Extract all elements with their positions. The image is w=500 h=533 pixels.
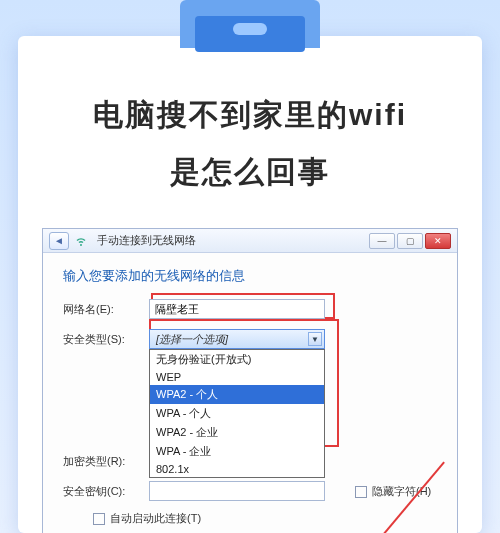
article-title: 电脑搜不到家里的wifi 是怎么回事 bbox=[18, 86, 482, 200]
dropdown-option[interactable]: WEP bbox=[150, 369, 324, 385]
chevron-down-icon: ▼ bbox=[308, 332, 322, 346]
arrow-left-icon: ◄ bbox=[54, 235, 64, 246]
security-type-label: 安全类型(S): bbox=[63, 332, 149, 347]
hide-chars-checkbox[interactable] bbox=[355, 486, 367, 498]
security-type-select[interactable]: [选择一个选项] ▼ bbox=[149, 329, 325, 349]
dropdown-option[interactable]: WPA - 企业 bbox=[150, 442, 324, 461]
dropdown-option[interactable]: WPA2 - 个人 bbox=[150, 385, 324, 404]
close-button[interactable]: ✕ bbox=[425, 233, 451, 249]
dialog-window: ◄ 手动连接到无线网络 — ▢ ✕ 输入您要添加的无线网络的信息 网络名(E):… bbox=[42, 228, 458, 533]
minimize-button[interactable]: — bbox=[369, 233, 395, 249]
title-line-1: 电脑搜不到家里的wifi bbox=[18, 86, 482, 143]
security-type-dropdown: 无身份验证(开放式) WEP WPA2 - 个人 WPA - 个人 WPA2 -… bbox=[149, 349, 325, 478]
paper-card: 电脑搜不到家里的wifi 是怎么回事 ◄ 手动连接到无线网络 — ▢ ✕ 输入您… bbox=[18, 36, 482, 533]
nav-back-button[interactable]: ◄ bbox=[49, 232, 69, 250]
window-body: 输入您要添加的无线网络的信息 网络名(E): 安全类型(S): [选择一个选项]… bbox=[43, 253, 457, 533]
security-key-input[interactable] bbox=[149, 481, 325, 501]
breadcrumb-text: 手动连接到无线网络 bbox=[97, 233, 196, 248]
maximize-button[interactable]: ▢ bbox=[397, 233, 423, 249]
network-name-input[interactable] bbox=[149, 299, 325, 319]
title-line-2: 是怎么回事 bbox=[18, 143, 482, 200]
minimize-icon: — bbox=[378, 236, 387, 246]
clipboard-clip bbox=[180, 0, 320, 52]
dropdown-option[interactable]: 802.1x bbox=[150, 461, 324, 477]
security-key-label: 安全密钥(C): bbox=[63, 484, 149, 499]
window-header: ◄ 手动连接到无线网络 — ▢ ✕ bbox=[43, 229, 457, 253]
security-type-selected: [选择一个选项] bbox=[156, 332, 228, 347]
dropdown-option[interactable]: WPA2 - 企业 bbox=[150, 423, 324, 442]
auto-start-label: 自动启动此连接(T) bbox=[110, 512, 201, 524]
encryption-type-label: 加密类型(R): bbox=[63, 454, 149, 469]
hide-chars-label: 隐藏字符(H) bbox=[372, 485, 431, 497]
dropdown-option[interactable]: WPA - 个人 bbox=[150, 404, 324, 423]
dialog-heading: 输入您要添加的无线网络的信息 bbox=[63, 267, 437, 285]
close-icon: ✕ bbox=[434, 236, 442, 246]
auto-start-checkbox[interactable] bbox=[93, 513, 105, 525]
wifi-icon bbox=[75, 235, 87, 247]
network-name-label: 网络名(E): bbox=[63, 302, 149, 317]
maximize-icon: ▢ bbox=[406, 236, 415, 246]
dropdown-option[interactable]: 无身份验证(开放式) bbox=[150, 350, 324, 369]
